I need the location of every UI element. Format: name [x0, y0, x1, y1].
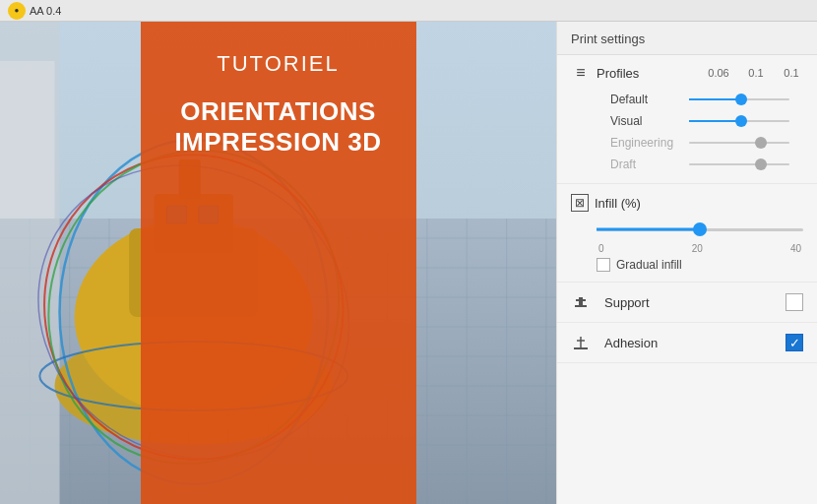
viewport: TUTORIEL ORIENTATIONS IMPRESSION 3D	[0, 22, 556, 504]
nozzle-badge: ●	[8, 2, 26, 20]
default-thumb[interactable]	[735, 94, 747, 105]
profiles-icon: ≡	[571, 63, 591, 83]
tutorial-subtitle: ORIENTATIONS IMPRESSION 3D	[174, 96, 381, 158]
gradual-infill-checkbox[interactable]	[597, 258, 610, 272]
infill-slider-area: 0 20 40 Gradual infill	[571, 220, 803, 272]
adhesion-row: Adhesion ✓	[557, 323, 817, 363]
adhesion-checkbox[interactable]: ✓	[786, 334, 803, 351]
profiles-label: Profiles	[597, 66, 639, 81]
profile-row-visual: Visual	[571, 110, 803, 132]
infill-header: ⊠ Infill (%)	[571, 194, 803, 212]
svg-rect-39	[575, 305, 587, 307]
main-area: TUTORIEL ORIENTATIONS IMPRESSION 3D Prin…	[0, 22, 817, 504]
infill-slider[interactable]	[597, 220, 803, 239]
tutorial-title: TUTORIEL	[217, 51, 339, 77]
col-01: 0.1	[742, 67, 770, 79]
visual-thumb[interactable]	[735, 115, 747, 127]
svg-rect-26	[0, 61, 54, 219]
profile-visual-label: Visual	[610, 114, 681, 128]
gradual-infill-row: Gradual infill	[597, 258, 803, 272]
profile-engineering-slider[interactable]	[689, 135, 789, 151]
profile-row-default: Default	[571, 89, 803, 110]
infill-label: Infill (%)	[595, 196, 641, 211]
support-row: Support	[557, 283, 817, 323]
support-checkbox[interactable]	[786, 293, 803, 311]
print-settings-label: Print settings	[571, 32, 645, 46]
right-panel: Print settings ≡ Profiles 0.06 0.1 0.1 D…	[556, 22, 817, 504]
adhesion-label: Adhesion	[604, 336, 658, 350]
support-label: Support	[604, 295, 650, 310]
adhesion-icon	[571, 333, 591, 352]
infill-thumb[interactable]	[693, 222, 707, 236]
infill-icon: ⊠	[571, 194, 589, 212]
profile-visual-slider[interactable]	[689, 113, 789, 129]
profile-default-label: Default	[610, 93, 681, 106]
tutorial-overlay: TUTORIEL ORIENTATIONS IMPRESSION 3D	[141, 22, 416, 504]
profile-draft-slider[interactable]	[689, 157, 789, 172]
infill-labels: 0 20 40	[597, 243, 803, 254]
profile-row-draft: Draft	[571, 154, 803, 175]
nozzle-label: AA 0.4	[30, 5, 61, 17]
gradual-infill-label: Gradual infill	[616, 258, 682, 272]
draft-thumb[interactable]	[755, 158, 767, 170]
panel-header: Print settings	[557, 22, 817, 55]
top-bar: ● AA 0.4	[0, 0, 817, 22]
engineering-thumb[interactable]	[755, 137, 767, 149]
svg-rect-41	[576, 299, 586, 301]
profile-draft-label: Draft	[610, 158, 681, 171]
profile-row-engineering: Engineering	[571, 132, 803, 154]
support-icon	[571, 292, 591, 312]
profile-engineering-label: Engineering	[610, 136, 681, 150]
col-01b: 0.1	[780, 67, 803, 79]
infill-section: ⊠ Infill (%) 0 20 40 Gradual infil	[557, 184, 817, 283]
panel-spacer	[557, 363, 817, 504]
col-006: 0.06	[705, 67, 732, 79]
profiles-section: ≡ Profiles 0.06 0.1 0.1 Default	[557, 55, 817, 184]
profile-default-slider[interactable]	[689, 92, 789, 107]
